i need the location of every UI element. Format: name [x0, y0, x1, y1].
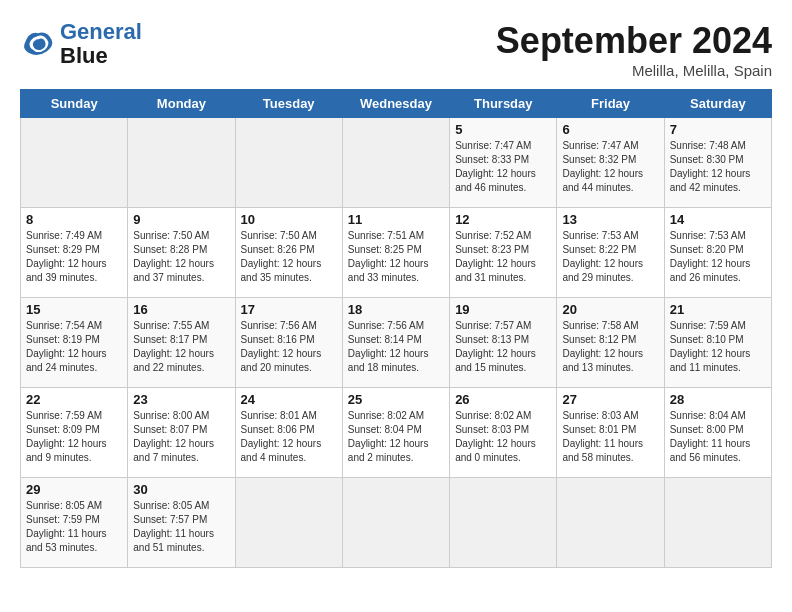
day-number: 14 [670, 212, 766, 227]
calendar-cell: 15 Sunrise: 7:54 AMSunset: 8:19 PMDaylig… [21, 298, 128, 388]
calendar-cell: 23 Sunrise: 8:00 AMSunset: 8:07 PMDaylig… [128, 388, 235, 478]
day-number: 16 [133, 302, 229, 317]
day-info: Sunrise: 8:01 AMSunset: 8:06 PMDaylight:… [241, 410, 322, 463]
logo-line2: Blue [60, 44, 142, 68]
calendar-cell: 29 Sunrise: 8:05 AMSunset: 7:59 PMDaylig… [21, 478, 128, 568]
calendar-cell: 26 Sunrise: 8:02 AMSunset: 8:03 PMDaylig… [450, 388, 557, 478]
day-number: 30 [133, 482, 229, 497]
calendar-cell [235, 478, 342, 568]
day-number: 24 [241, 392, 337, 407]
day-number: 29 [26, 482, 122, 497]
logo-icon [20, 26, 56, 62]
day-info: Sunrise: 8:02 AMSunset: 8:04 PMDaylight:… [348, 410, 429, 463]
calendar-cell: 21 Sunrise: 7:59 AMSunset: 8:10 PMDaylig… [664, 298, 771, 388]
calendar-cell: 11 Sunrise: 7:51 AMSunset: 8:25 PMDaylig… [342, 208, 449, 298]
location: Melilla, Melilla, Spain [496, 62, 772, 79]
calendar-cell: 27 Sunrise: 8:03 AMSunset: 8:01 PMDaylig… [557, 388, 664, 478]
calendar-cell: 20 Sunrise: 7:58 AMSunset: 8:12 PMDaylig… [557, 298, 664, 388]
day-info: Sunrise: 7:52 AMSunset: 8:23 PMDaylight:… [455, 230, 536, 283]
day-info: Sunrise: 8:03 AMSunset: 8:01 PMDaylight:… [562, 410, 643, 463]
day-info: Sunrise: 7:57 AMSunset: 8:13 PMDaylight:… [455, 320, 536, 373]
header-day-thursday: Thursday [450, 90, 557, 118]
day-number: 21 [670, 302, 766, 317]
calendar-cell: 22 Sunrise: 7:59 AMSunset: 8:09 PMDaylig… [21, 388, 128, 478]
day-number: 25 [348, 392, 444, 407]
day-number: 17 [241, 302, 337, 317]
calendar-cell: 17 Sunrise: 7:56 AMSunset: 8:16 PMDaylig… [235, 298, 342, 388]
calendar-header: SundayMondayTuesdayWednesdayThursdayFrid… [21, 90, 772, 118]
day-number: 18 [348, 302, 444, 317]
calendar-cell: 12 Sunrise: 7:52 AMSunset: 8:23 PMDaylig… [450, 208, 557, 298]
day-info: Sunrise: 7:56 AMSunset: 8:16 PMDaylight:… [241, 320, 322, 373]
calendar-cell [557, 478, 664, 568]
day-info: Sunrise: 7:56 AMSunset: 8:14 PMDaylight:… [348, 320, 429, 373]
day-number: 8 [26, 212, 122, 227]
calendar-cell: 5 Sunrise: 7:47 AMSunset: 8:33 PMDayligh… [450, 118, 557, 208]
day-number: 23 [133, 392, 229, 407]
calendar-cell: 19 Sunrise: 7:57 AMSunset: 8:13 PMDaylig… [450, 298, 557, 388]
day-info: Sunrise: 7:59 AMSunset: 8:09 PMDaylight:… [26, 410, 107, 463]
calendar-cell: 7 Sunrise: 7:48 AMSunset: 8:30 PMDayligh… [664, 118, 771, 208]
day-info: Sunrise: 8:00 AMSunset: 8:07 PMDaylight:… [133, 410, 214, 463]
day-info: Sunrise: 8:04 AMSunset: 8:00 PMDaylight:… [670, 410, 751, 463]
day-number: 11 [348, 212, 444, 227]
day-info: Sunrise: 7:54 AMSunset: 8:19 PMDaylight:… [26, 320, 107, 373]
calendar-cell: 30 Sunrise: 8:05 AMSunset: 7:57 PMDaylig… [128, 478, 235, 568]
calendar-cell: 9 Sunrise: 7:50 AMSunset: 8:28 PMDayligh… [128, 208, 235, 298]
header: General Blue September 2024 Melilla, Mel… [20, 20, 772, 79]
calendar-week-1: 5 Sunrise: 7:47 AMSunset: 8:33 PMDayligh… [21, 118, 772, 208]
day-number: 28 [670, 392, 766, 407]
calendar-week-3: 15 Sunrise: 7:54 AMSunset: 8:19 PMDaylig… [21, 298, 772, 388]
day-number: 10 [241, 212, 337, 227]
calendar-cell: 25 Sunrise: 8:02 AMSunset: 8:04 PMDaylig… [342, 388, 449, 478]
day-number: 6 [562, 122, 658, 137]
day-info: Sunrise: 7:55 AMSunset: 8:17 PMDaylight:… [133, 320, 214, 373]
day-info: Sunrise: 8:02 AMSunset: 8:03 PMDaylight:… [455, 410, 536, 463]
calendar-cell [21, 118, 128, 208]
day-number: 26 [455, 392, 551, 407]
day-info: Sunrise: 7:49 AMSunset: 8:29 PMDaylight:… [26, 230, 107, 283]
day-info: Sunrise: 7:58 AMSunset: 8:12 PMDaylight:… [562, 320, 643, 373]
header-day-sunday: Sunday [21, 90, 128, 118]
calendar-table: SundayMondayTuesdayWednesdayThursdayFrid… [20, 89, 772, 568]
calendar-week-5: 29 Sunrise: 8:05 AMSunset: 7:59 PMDaylig… [21, 478, 772, 568]
header-day-saturday: Saturday [664, 90, 771, 118]
calendar-cell: 18 Sunrise: 7:56 AMSunset: 8:14 PMDaylig… [342, 298, 449, 388]
day-info: Sunrise: 7:47 AMSunset: 8:32 PMDaylight:… [562, 140, 643, 193]
calendar-cell: 28 Sunrise: 8:04 AMSunset: 8:00 PMDaylig… [664, 388, 771, 478]
calendar-cell: 16 Sunrise: 7:55 AMSunset: 8:17 PMDaylig… [128, 298, 235, 388]
day-info: Sunrise: 7:48 AMSunset: 8:30 PMDaylight:… [670, 140, 751, 193]
calendar-cell [235, 118, 342, 208]
day-number: 7 [670, 122, 766, 137]
day-info: Sunrise: 8:05 AMSunset: 7:57 PMDaylight:… [133, 500, 214, 553]
day-number: 5 [455, 122, 551, 137]
calendar-body: 5 Sunrise: 7:47 AMSunset: 8:33 PMDayligh… [21, 118, 772, 568]
calendar-cell [128, 118, 235, 208]
calendar-cell [342, 478, 449, 568]
calendar-cell [664, 478, 771, 568]
day-number: 19 [455, 302, 551, 317]
month-title: September 2024 [496, 20, 772, 62]
day-number: 27 [562, 392, 658, 407]
day-number: 20 [562, 302, 658, 317]
header-day-monday: Monday [128, 90, 235, 118]
calendar-cell: 24 Sunrise: 8:01 AMSunset: 8:06 PMDaylig… [235, 388, 342, 478]
day-number: 22 [26, 392, 122, 407]
day-info: Sunrise: 7:51 AMSunset: 8:25 PMDaylight:… [348, 230, 429, 283]
calendar-cell: 8 Sunrise: 7:49 AMSunset: 8:29 PMDayligh… [21, 208, 128, 298]
day-info: Sunrise: 7:50 AMSunset: 8:26 PMDaylight:… [241, 230, 322, 283]
calendar-cell: 10 Sunrise: 7:50 AMSunset: 8:26 PMDaylig… [235, 208, 342, 298]
calendar-cell [342, 118, 449, 208]
day-info: Sunrise: 7:53 AMSunset: 8:20 PMDaylight:… [670, 230, 751, 283]
calendar-cell: 14 Sunrise: 7:53 AMSunset: 8:20 PMDaylig… [664, 208, 771, 298]
day-number: 12 [455, 212, 551, 227]
calendar-cell: 6 Sunrise: 7:47 AMSunset: 8:32 PMDayligh… [557, 118, 664, 208]
day-info: Sunrise: 7:50 AMSunset: 8:28 PMDaylight:… [133, 230, 214, 283]
day-number: 13 [562, 212, 658, 227]
header-day-friday: Friday [557, 90, 664, 118]
logo-line1: General [60, 19, 142, 44]
logo: General Blue [20, 20, 142, 68]
day-info: Sunrise: 7:47 AMSunset: 8:33 PMDaylight:… [455, 140, 536, 193]
header-day-tuesday: Tuesday [235, 90, 342, 118]
day-info: Sunrise: 7:59 AMSunset: 8:10 PMDaylight:… [670, 320, 751, 373]
